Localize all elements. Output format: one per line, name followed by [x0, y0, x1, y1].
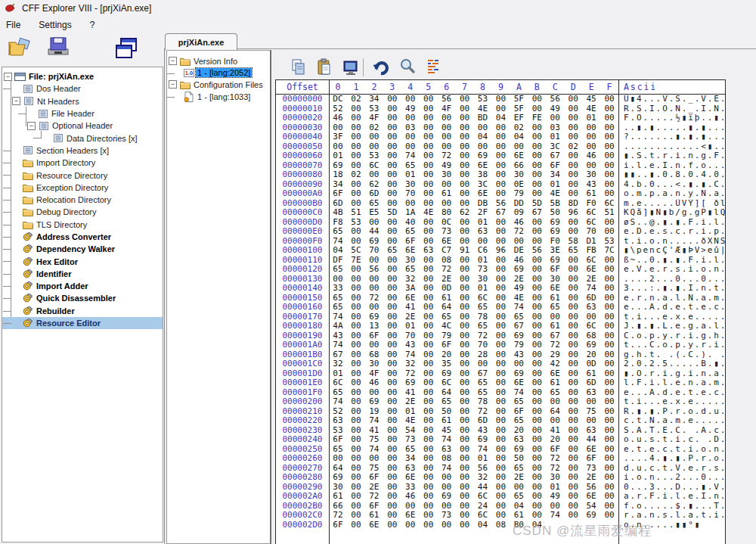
byte-cell[interactable]: 46: [329, 113, 347, 123]
byte-cell[interactable]: 65: [474, 378, 492, 388]
byte-cell[interactable]: 00: [564, 416, 582, 426]
byte-cell[interactable]: 00: [347, 265, 365, 275]
byte-cell[interactable]: 73: [438, 511, 456, 521]
byte-cell[interactable]: 69: [582, 340, 600, 350]
byte-cell[interactable]: 00: [456, 359, 474, 369]
byte-cell[interactable]: 00: [456, 511, 474, 521]
paste-icon[interactable]: [316, 58, 333, 79]
byte-cell[interactable]: 00: [420, 189, 438, 199]
byte-cell[interactable]: 00: [438, 473, 456, 483]
byte-cell[interactable]: 00: [383, 340, 401, 350]
byte-cell[interactable]: 00: [600, 170, 618, 180]
sidebar-item-resource-directory[interactable]: Resource Directory: [2, 169, 163, 181]
byte-cell[interactable]: 00: [383, 492, 401, 502]
byte-cell[interactable]: 00: [528, 454, 546, 464]
byte-cell[interactable]: 00: [401, 132, 420, 142]
byte-cell[interactable]: 00: [582, 397, 600, 407]
sidebar-item-import-adder[interactable]: Import Adder: [2, 280, 163, 292]
byte-cell[interactable]: 74: [401, 151, 420, 161]
byte-cell[interactable]: 35: [438, 359, 456, 369]
byte-cell[interactable]: 6E: [401, 246, 420, 256]
byte-cell[interactable]: 00: [528, 492, 546, 502]
byte-cell[interactable]: 56: [546, 95, 564, 104]
resource-item-1-lang-2052[interactable]: 1.0 1 - [lang:2052]: [167, 67, 270, 79]
byte-cell[interactable]: 00: [383, 170, 401, 180]
byte-cell[interactable]: 00: [600, 359, 618, 369]
byte-cell[interactable]: 96: [564, 208, 582, 218]
byte-cell[interactable]: 65: [510, 416, 528, 426]
byte-cell[interactable]: 00: [347, 322, 365, 331]
byte-cell[interactable]: 00: [491, 416, 510, 426]
byte-cell[interactable]: EF: [510, 113, 528, 123]
byte-cell[interactable]: 6C: [582, 208, 600, 218]
byte-cell[interactable]: 80: [438, 208, 456, 218]
byte-cell[interactable]: 61: [438, 189, 456, 199]
byte-cell[interactable]: 69: [365, 397, 383, 407]
byte-cell[interactable]: 00: [528, 170, 546, 180]
byte-cell[interactable]: 72: [438, 151, 456, 161]
byte-cell[interactable]: 00: [600, 322, 618, 331]
byte-cell[interactable]: 72: [365, 492, 383, 502]
byte-cell[interactable]: 61: [582, 189, 600, 199]
byte-cell[interactable]: 00: [347, 521, 365, 530]
sidebar-item-data-directories-x[interactable]: Data Directories [x]: [2, 132, 163, 144]
byte-cell[interactable]: 00: [383, 189, 401, 199]
byte-cell[interactable]: 46: [401, 492, 420, 502]
byte-cell[interactable]: 7C: [600, 246, 618, 256]
byte-cell[interactable]: 65: [329, 265, 347, 275]
byte-cell[interactable]: 6F: [329, 521, 347, 530]
byte-cell[interactable]: 00: [491, 492, 510, 502]
byte-cell[interactable]: 00: [582, 132, 600, 142]
byte-cell[interactable]: 00: [491, 378, 510, 388]
byte-cell[interactable]: 00: [420, 492, 438, 502]
hex-row[interactable]: 000000E0 6500440065007300630072006900700…: [276, 227, 725, 237]
byte-cell[interactable]: 79: [510, 189, 528, 199]
byte-cell[interactable]: 45: [582, 95, 600, 104]
byte-cell[interactable]: 6E: [582, 265, 600, 275]
hex-row[interactable]: 00000120 6500560065007200730069006F006E0…: [276, 265, 725, 275]
copy-icon[interactable]: [290, 58, 307, 79]
byte-cell[interactable]: 70: [474, 340, 492, 350]
sidebar-item-file-header[interactable]: File Header: [2, 107, 163, 120]
byte-cell[interactable]: 4B: [329, 208, 347, 218]
byte-cell[interactable]: 65: [329, 227, 347, 237]
byte-cell[interactable]: 73: [438, 227, 456, 237]
byte-cell[interactable]: 30: [510, 170, 528, 180]
byte-cell[interactable]: 00: [365, 454, 383, 464]
byte-cell[interactable]: 00: [564, 473, 582, 483]
byte-cell[interactable]: 6E: [546, 284, 564, 294]
byte-cell[interactable]: 00: [564, 265, 582, 275]
byte-cell[interactable]: 01: [401, 322, 420, 331]
byte-cell[interactable]: 41: [401, 303, 420, 312]
byte-cell[interactable]: 6F: [582, 454, 600, 464]
byte-cell[interactable]: 65: [510, 397, 528, 407]
byte-cell[interactable]: 04: [329, 246, 347, 256]
byte-cell[interactable]: 3F: [329, 132, 347, 142]
byte-cell[interactable]: 74: [329, 340, 347, 350]
byte-cell[interactable]: 74: [438, 435, 456, 445]
byte-cell[interactable]: 00: [528, 303, 546, 312]
byte-cell[interactable]: 00: [564, 170, 582, 180]
byte-cell[interactable]: 00: [456, 132, 474, 142]
byte-cell[interactable]: 00: [420, 151, 438, 161]
byte-cell[interactable]: 18: [329, 170, 347, 180]
byte-cell[interactable]: 4E: [546, 189, 564, 199]
byte-cell[interactable]: 00: [383, 227, 401, 237]
byte-cell[interactable]: 00: [347, 227, 365, 237]
byte-cell[interactable]: 00: [564, 284, 582, 294]
byte-cell[interactable]: 61: [365, 511, 383, 521]
byte-cell[interactable]: 00: [420, 454, 438, 464]
byte-cell[interactable]: 00: [383, 416, 401, 426]
byte-cell[interactable]: 62: [456, 208, 474, 218]
byte-cell[interactable]: 63: [582, 303, 600, 312]
byte-cell[interactable]: 61: [329, 492, 347, 502]
byte-cell[interactable]: 00: [528, 284, 546, 294]
byte-cell[interactable]: 6C: [438, 378, 456, 388]
menu-settings[interactable]: Settings: [39, 20, 71, 30]
byte-cell[interactable]: 00: [420, 416, 438, 426]
byte-cell[interactable]: 00: [491, 95, 510, 104]
byte-cell[interactable]: 00: [491, 151, 510, 161]
byte-cell[interactable]: 69: [401, 378, 420, 388]
hex-row[interactable]: 00000280 69006F006E00000032002E0030002E0…: [276, 473, 725, 483]
byte-cell[interactable]: 00: [456, 340, 474, 350]
